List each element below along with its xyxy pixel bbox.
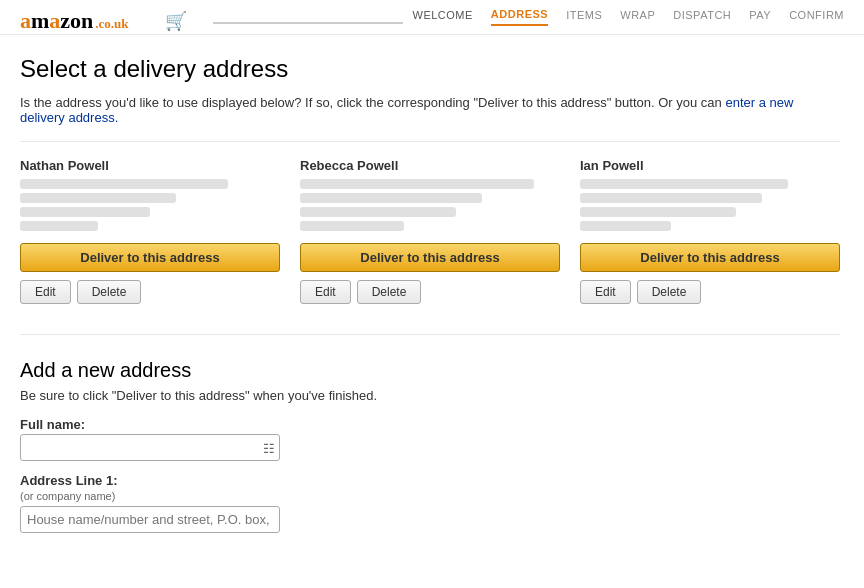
step-welcome[interactable]: WELCOME	[413, 9, 473, 25]
step-address[interactable]: ADDRESS	[491, 8, 548, 26]
address-line-detail	[580, 193, 762, 203]
progress-line	[213, 22, 403, 24]
delete-button-1[interactable]: Delete	[77, 280, 142, 304]
address-actions-3: Edit Delete	[580, 280, 840, 304]
address-line1-label: Address Line 1:	[20, 473, 840, 488]
add-address-title: Add a new address	[20, 359, 840, 382]
step-dispatch[interactable]: DISPATCH	[673, 9, 731, 25]
step-pay[interactable]: PAY	[749, 9, 771, 25]
address-line-detail	[300, 193, 482, 203]
address-actions-1: Edit Delete	[20, 280, 280, 304]
address-line-detail	[580, 179, 788, 189]
address-line-detail	[580, 221, 671, 231]
amazon-logo: amazon.co.uk	[20, 8, 129, 34]
full-name-input[interactable]	[20, 434, 280, 461]
page-subtitle: Is the address you'd like to use display…	[20, 95, 840, 125]
section-divider	[20, 334, 840, 335]
edit-button-3[interactable]: Edit	[580, 280, 631, 304]
add-address-subtitle: Be sure to click "Deliver to this addres…	[20, 388, 840, 403]
address-line-detail	[20, 221, 98, 231]
address-line-detail	[300, 221, 404, 231]
delete-button-2[interactable]: Delete	[357, 280, 422, 304]
address-line-detail	[580, 207, 736, 217]
address-card-3: Ian Powell Deliver to this address Edit …	[580, 158, 840, 304]
page-title: Select a delivery address	[20, 55, 840, 83]
checkout-steps: WELCOME ADDRESS ITEMS WRAP DISPATCH PAY …	[413, 8, 844, 34]
address-name-3: Ian Powell	[580, 158, 840, 173]
address-line1-sublabel: (or company name)	[20, 490, 840, 502]
full-name-input-wrapper: ☷	[20, 434, 280, 461]
edit-button-1[interactable]: Edit	[20, 280, 71, 304]
step-confirm[interactable]: CONFIRM	[789, 9, 844, 25]
address-line-detail	[20, 193, 176, 203]
address-line1-input[interactable]	[20, 506, 280, 533]
full-name-label: Full name:	[20, 417, 840, 432]
cart-area: 🛒	[165, 10, 187, 32]
step-items[interactable]: ITEMS	[566, 9, 602, 25]
cart-icon[interactable]: 🛒	[165, 11, 187, 31]
address-actions-2: Edit Delete	[300, 280, 560, 304]
address-name-2: Rebecca Powell	[300, 158, 560, 173]
edit-button-2[interactable]: Edit	[300, 280, 351, 304]
add-address-section: Add a new address Be sure to click "Deli…	[20, 355, 840, 533]
address-name-1: Nathan Powell	[20, 158, 280, 173]
full-name-group: Full name: ☷	[20, 417, 840, 461]
address-line1-group: Address Line 1: (or company name)	[20, 473, 840, 533]
address-line-detail	[20, 207, 150, 217]
addresses-grid: Nathan Powell Deliver to this address Ed…	[20, 141, 840, 304]
header: amazon.co.uk 🛒 WELCOME ADDRESS ITEMS WRA…	[0, 0, 864, 35]
address-card-1: Nathan Powell Deliver to this address Ed…	[20, 158, 280, 304]
deliver-button-1[interactable]: Deliver to this address	[20, 243, 280, 272]
subtitle-text: Is the address you'd like to use display…	[20, 95, 722, 110]
deliver-button-3[interactable]: Deliver to this address	[580, 243, 840, 272]
address-card-2: Rebecca Powell Deliver to this address E…	[300, 158, 560, 304]
address-line-detail	[300, 179, 534, 189]
main-content: Select a delivery address Is the address…	[0, 35, 860, 565]
address-line-detail	[300, 207, 456, 217]
logo-tld: .co.uk	[95, 16, 128, 31]
deliver-button-2[interactable]: Deliver to this address	[300, 243, 560, 272]
address-line-detail	[20, 179, 228, 189]
step-wrap[interactable]: WRAP	[620, 9, 655, 25]
logo-area: amazon.co.uk	[20, 8, 129, 34]
delete-button-3[interactable]: Delete	[637, 280, 702, 304]
